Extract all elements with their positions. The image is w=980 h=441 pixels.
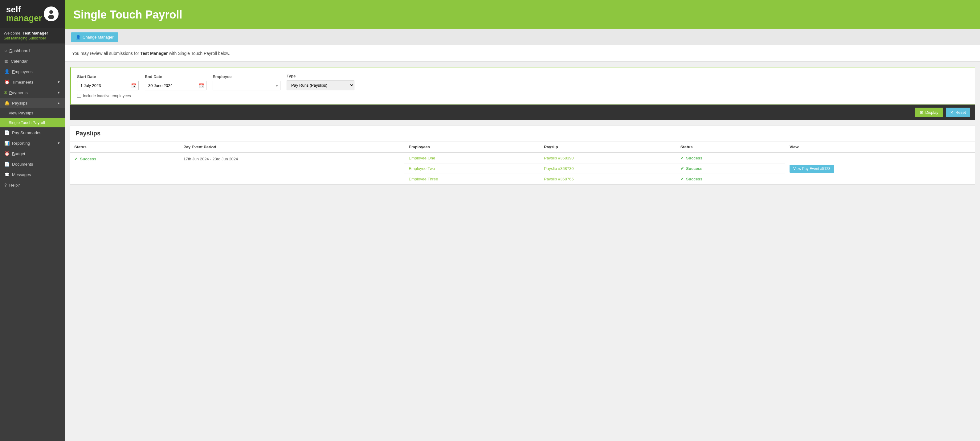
action-bar: ⊞ Display ✕ Reset [70, 105, 975, 120]
chevron-icon: ▼ [57, 91, 60, 94]
user-name: Test Manager [22, 31, 48, 35]
employee-two-link[interactable]: Employee Two [404, 163, 539, 174]
logo-area: self manager [0, 0, 65, 28]
end-date-label: End Date [145, 74, 207, 79]
sidebar-item-label: Messages [12, 173, 31, 177]
sidebar-item-label: Payslips [12, 101, 27, 105]
view-pay-event-button[interactable]: View Pay Event #5123 [789, 165, 834, 173]
include-inactive-label[interactable]: Include inactive employees [83, 93, 131, 98]
sidebar-item-label: Calendar [11, 59, 28, 64]
page-header: Single Touch Payroll [65, 0, 980, 29]
sidebar-item-label: Employees [12, 69, 33, 74]
start-date-input[interactable] [77, 81, 139, 90]
main-content: Single Touch Payroll 👤 Change Manager Yo… [65, 0, 980, 441]
header-row: Status Pay Event Period Employees Paysli… [70, 142, 975, 153]
row-status: ✔ Success [70, 153, 179, 184]
end-date-input[interactable] [145, 81, 207, 90]
sidebar-item-payslips[interactable]: 🔔 Payslips ▲ [0, 98, 65, 108]
dashboard-icon: ○ [4, 48, 7, 53]
table-row: ✔ Success 17th Jun 2024 - 23rd Jun 2024 … [70, 153, 975, 163]
sidebar-item-documents[interactable]: 📄 Documents [0, 159, 65, 169]
budget-icon: ⏰ [4, 151, 10, 156]
employee-label: Employee [213, 74, 280, 79]
chevron-icon: ▼ [57, 80, 60, 84]
info-text-suffix: with Single Touch Payroll below. [169, 51, 230, 56]
employee-input-wrapper: ▼ [213, 81, 280, 90]
display-label: Display [925, 110, 939, 115]
grid-icon: ⊞ [920, 110, 923, 115]
change-manager-button[interactable]: 👤 Change Manager [71, 32, 118, 42]
sidebar-sub-label: View Payslips [9, 111, 33, 115]
filter-row: Start Date 📅 End Date 📅 Employee [77, 74, 969, 90]
row-pay-period: 17th Jun 2024 - 23rd Jun 2024 [179, 153, 404, 184]
info-text-prefix: You may review all submissions for [72, 51, 140, 56]
sidebar-sub-view-payslips[interactable]: View Payslips [0, 108, 65, 118]
start-date-label: Start Date [77, 74, 139, 79]
main-toolbar: 👤 Change Manager [65, 29, 980, 45]
doc-icon: 📄 [4, 130, 10, 135]
employee-two-status: ✔ Success [676, 163, 785, 174]
view-pay-event-cell: View Pay Event #5123 [785, 153, 975, 184]
clock-icon: ⏰ [4, 80, 10, 85]
sidebar-item-payments[interactable]: $ Payments ▼ [0, 87, 65, 98]
page-title: Single Touch Payroll [73, 8, 182, 21]
sidebar-item-dashboard[interactable]: ○ Dashboard [0, 45, 65, 56]
results-title: Payslips [70, 126, 975, 142]
sidebar-item-budget[interactable]: ⏰ Budget [0, 149, 65, 159]
col-employees: Employees [404, 142, 539, 153]
inactive-employees-row: Include inactive employees [77, 93, 969, 98]
start-date-group: Start Date 📅 [77, 74, 139, 90]
employee-three-link[interactable]: Employee Three [404, 174, 539, 184]
bell-icon: 🔔 [4, 101, 10, 105]
info-manager-name: Test Manager [140, 51, 168, 56]
type-select[interactable]: Pay Runs (Payslips) Pay Summaries [286, 80, 355, 90]
col-status2: Status [676, 142, 785, 153]
results-section: Payslips Status Pay Event Period Employe… [70, 125, 975, 185]
change-manager-label: Change Manager [83, 35, 113, 40]
help-icon: ? [4, 182, 7, 187]
type-label: Type [286, 74, 355, 78]
checkmark-icon: ✔ [681, 177, 684, 181]
sidebar-item-pay-summaries[interactable]: 📄 Pay Summaries [0, 127, 65, 138]
sidebar-item-calendar[interactable]: ▦ Calendar [0, 56, 65, 66]
payslip-368765-link[interactable]: Payslip #368765 [539, 174, 676, 184]
end-date-input-wrapper: 📅 [145, 81, 207, 90]
sidebar-item-label: Timesheets [12, 80, 33, 85]
sidebar-item-timesheets[interactable]: ⏰ Timesheets ▼ [0, 77, 65, 87]
payslip-368390-link[interactable]: Payslip #368390 [539, 153, 676, 163]
employee-one-link[interactable]: Employee One [404, 153, 539, 163]
col-payslip: Payslip [539, 142, 676, 153]
sidebar-item-employees[interactable]: 👤 Employees [0, 66, 65, 77]
sidebar-item-label: Budget [12, 152, 25, 156]
sidebar-item-help[interactable]: ? Help? [0, 180, 65, 190]
end-date-group: End Date 📅 [145, 74, 207, 90]
sidebar-nav: ○ Dashboard ▦ Calendar 👤 Employees ⏰ Tim… [0, 43, 65, 441]
sidebar: self manager Welcome, Test Manager Self … [0, 0, 65, 441]
filter-section: Start Date 📅 End Date 📅 Employee [70, 67, 975, 105]
documents-icon: 📄 [4, 161, 10, 166]
sidebar-item-reporting[interactable]: 📊 Reporting ▼ [0, 138, 65, 149]
payslip-368730-link[interactable]: Payslip #368730 [539, 163, 676, 174]
svg-point-1 [48, 15, 54, 19]
sidebar-item-label: Help? [9, 183, 20, 187]
reset-button[interactable]: ✕ Reset [946, 108, 970, 117]
welcome-text: Welcome, Test Manager [4, 31, 61, 35]
logo-self: self [6, 5, 21, 14]
sidebar-item-label: Dashboard [9, 48, 30, 53]
col-pay-event-period: Pay Event Period [179, 142, 404, 153]
sidebar-sub-single-touch-payroll[interactable]: Single Touch Payroll [0, 118, 65, 127]
include-inactive-checkbox[interactable] [77, 94, 81, 98]
sidebar-sub-label: Single Touch Payroll [9, 120, 45, 125]
employee-input[interactable] [213, 81, 280, 90]
calendar-icon: ▦ [4, 59, 8, 64]
svg-point-0 [49, 10, 53, 14]
subscriber-label[interactable]: Self Managing Subscriber [4, 36, 61, 40]
person-icon: 👤 [76, 35, 81, 40]
chevron-up-icon: ▲ [57, 101, 60, 105]
employee-group: Employee ▼ [213, 74, 280, 90]
user-info: Welcome, Test Manager Self Managing Subs… [0, 28, 65, 43]
logo-text: self manager [6, 5, 42, 22]
employee-one-status: ✔ Success [676, 153, 785, 163]
sidebar-item-messages[interactable]: 💬 Messages [0, 169, 65, 180]
display-button[interactable]: ⊞ Display [915, 108, 943, 117]
